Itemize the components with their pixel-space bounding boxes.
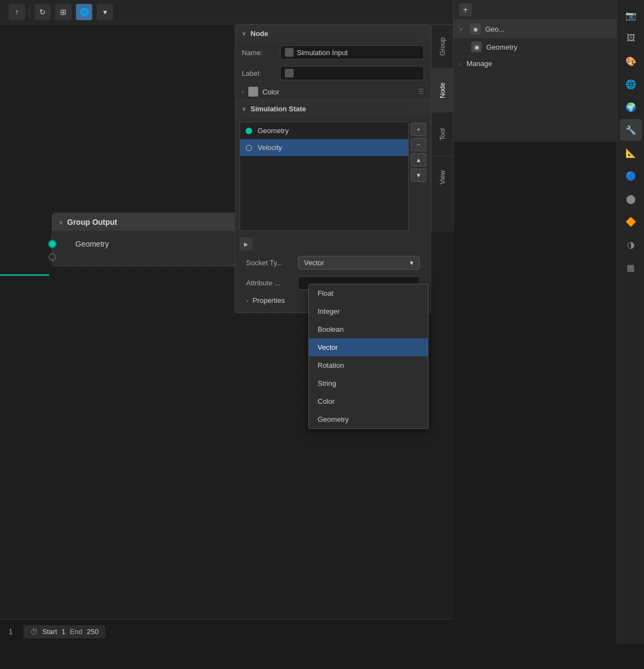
timeline-controls: ⏱ Start 1 End 250 bbox=[23, 625, 105, 638]
start-value[interactable]: 1 bbox=[62, 628, 65, 636]
rp-manage-label: Manage bbox=[467, 59, 492, 68]
sim-add-button[interactable]: + bbox=[411, 123, 426, 136]
dropdown-item-integer[interactable]: Integer bbox=[309, 302, 428, 320]
object-icon[interactable]: 🔧 bbox=[620, 119, 642, 141]
name-value: Simulation Input bbox=[297, 49, 348, 57]
sim-side-buttons: + − ▲ ▼ bbox=[411, 122, 426, 253]
sim-state-title: Simulation State bbox=[251, 105, 407, 113]
color-expand-arrow[interactable]: › bbox=[242, 88, 244, 95]
empty-socket-dot[interactable] bbox=[49, 253, 56, 261]
label-input[interactable] bbox=[280, 66, 424, 80]
rp-item-geometry[interactable]: ▣ Geometry bbox=[454, 38, 617, 56]
modifier-icon[interactable]: 📐 bbox=[620, 142, 642, 164]
dropdown-item-float[interactable]: Float bbox=[309, 284, 428, 302]
socket-type-row: Socket Ty... Vector ▾ bbox=[240, 253, 426, 273]
empty-socket-row bbox=[52, 254, 253, 260]
sim-remove-button[interactable]: − bbox=[411, 138, 426, 151]
name-icon bbox=[285, 48, 294, 57]
right-sidebar: 📷 🖼 🎨 🌐 🌍 🔧 📐 🔵 ⬤ 🔶 ◑ ▦ bbox=[617, 0, 644, 644]
group-output-node: ∨ Group Output Geometry bbox=[52, 213, 254, 266]
dropdown-item-rotation[interactable]: Rotation bbox=[309, 356, 428, 374]
group-tab[interactable]: Group bbox=[432, 25, 454, 68]
node-section-header[interactable]: ∨ Node · · · bbox=[235, 25, 431, 42]
sim-list-wrapper: Geometry Velocity ▶ · · · · bbox=[240, 122, 409, 253]
attribute-label: Attribute ... bbox=[246, 279, 293, 287]
color-swatch[interactable] bbox=[248, 87, 258, 97]
dropdown-item-string[interactable]: String bbox=[309, 374, 428, 392]
play-button[interactable]: ▶ bbox=[240, 237, 253, 250]
properties-label: Properties bbox=[253, 296, 285, 304]
sim-dot-geometry bbox=[246, 128, 252, 134]
view-layer-icon[interactable]: 🎨 bbox=[620, 50, 642, 72]
node-header[interactable]: ∨ Group Output bbox=[52, 213, 253, 231]
name-input[interactable]: Simulation Input bbox=[280, 45, 424, 59]
particles-icon[interactable]: 🔵 bbox=[620, 165, 642, 187]
top-toolbar: ↑ ↻ ⊞ 🌐 ▾ bbox=[0, 0, 453, 25]
name-label: Name: bbox=[242, 49, 275, 57]
label-icon bbox=[285, 69, 294, 77]
label-label: Label: bbox=[242, 69, 275, 77]
sim-reorder-dots: · · · · bbox=[257, 240, 281, 248]
sim-bottom-row: ▶ · · · · bbox=[240, 235, 409, 253]
sim-list-container: Geometry Velocity ▶ · · · · + − bbox=[240, 122, 426, 253]
node-tab[interactable]: Node bbox=[432, 68, 454, 112]
physics-icon[interactable]: ⬤ bbox=[620, 188, 642, 210]
back-button[interactable]: ↑ bbox=[9, 4, 25, 20]
sim-state-header[interactable]: ∨ Simulation State · · · bbox=[235, 100, 431, 117]
node-collapse-arrow[interactable]: ∨ bbox=[59, 219, 63, 225]
rp-toolbar: + bbox=[454, 0, 617, 20]
sim-dot-velocity bbox=[246, 145, 252, 151]
view-tab[interactable]: View bbox=[432, 156, 454, 199]
color-row: › Color ☰ bbox=[235, 83, 431, 100]
rp-add-button[interactable]: + bbox=[459, 3, 472, 16]
dropdown-item-boolean[interactable]: Boolean bbox=[309, 320, 428, 338]
dropdown-item-color[interactable]: Color bbox=[309, 392, 428, 410]
menu-button[interactable]: ▾ bbox=[97, 4, 113, 20]
end-label: End bbox=[70, 628, 82, 636]
output-icon[interactable]: 🖼 bbox=[620, 27, 642, 49]
sim-state-body: Geometry Velocity ▶ · · · · + − bbox=[235, 117, 431, 312]
socket-type-label: Socket Ty... bbox=[246, 259, 293, 267]
scene-icon[interactable]: 🌐 bbox=[620, 73, 642, 95]
frame-number: 1 bbox=[9, 628, 13, 636]
material-icon[interactable]: ▦ bbox=[620, 256, 642, 278]
label-field-row: Label: bbox=[235, 63, 431, 83]
tool-tab[interactable]: Tool bbox=[432, 112, 454, 156]
node-section-collapse: ∨ bbox=[242, 30, 246, 37]
sim-state-dots: · · · bbox=[411, 106, 424, 112]
sim-item-velocity[interactable]: Velocity bbox=[240, 139, 408, 156]
geometry-socket-dot[interactable] bbox=[48, 240, 57, 248]
sim-down-button[interactable]: ▼ bbox=[411, 169, 426, 182]
start-label: Start bbox=[42, 628, 57, 636]
sim-up-button[interactable]: ▲ bbox=[411, 153, 426, 166]
geometry-socket-row: Geometry bbox=[52, 236, 253, 252]
rp-item-arrow: ∨ bbox=[459, 26, 463, 33]
constraints-icon[interactable]: 🔶 bbox=[620, 211, 642, 232]
end-value[interactable]: 250 bbox=[87, 628, 99, 636]
separator-1 bbox=[29, 5, 30, 19]
sim-state-section: ∨ Simulation State · · · Geometry Veloci… bbox=[235, 100, 431, 313]
dropdown-item-vector[interactable]: Vector bbox=[309, 338, 428, 356]
right-properties-panel: + ∨ ◉ Geo... ▣ Geometry › Manage bbox=[453, 0, 617, 142]
rp-manage-row[interactable]: › Manage bbox=[454, 56, 617, 71]
dropdown-item-geometry[interactable]: Geometry bbox=[309, 410, 428, 428]
globe-button[interactable]: 🌐 bbox=[76, 4, 92, 20]
sim-item-geometry[interactable]: Geometry bbox=[240, 122, 408, 139]
socket-type-dropdown[interactable]: Vector ▾ bbox=[298, 256, 420, 270]
render-icon[interactable]: 📷 bbox=[620, 4, 642, 26]
node-body: Geometry bbox=[52, 231, 253, 266]
rp-item-geo[interactable]: ∨ ◉ Geo... bbox=[454, 20, 617, 38]
sim-list: Geometry Velocity bbox=[240, 122, 409, 231]
side-tabs: Group Node Tool View bbox=[431, 25, 454, 232]
node-section-dots: · · · bbox=[411, 31, 424, 37]
sim-item-velocity-label: Velocity bbox=[258, 144, 282, 152]
properties-expand-arrow: › bbox=[246, 297, 248, 304]
rp-item-geometry-label: Geometry bbox=[486, 43, 517, 51]
data-icon[interactable]: ◑ bbox=[620, 234, 642, 255]
grid-button[interactable]: ⊞ bbox=[55, 4, 71, 20]
rp-item-geometry-icon: ▣ bbox=[471, 41, 482, 52]
refresh-button[interactable]: ↻ bbox=[34, 4, 51, 20]
color-menu-icon[interactable]: ☰ bbox=[418, 88, 424, 95]
rp-manage-arrow: › bbox=[459, 61, 461, 67]
world-icon[interactable]: 🌍 bbox=[620, 96, 642, 118]
